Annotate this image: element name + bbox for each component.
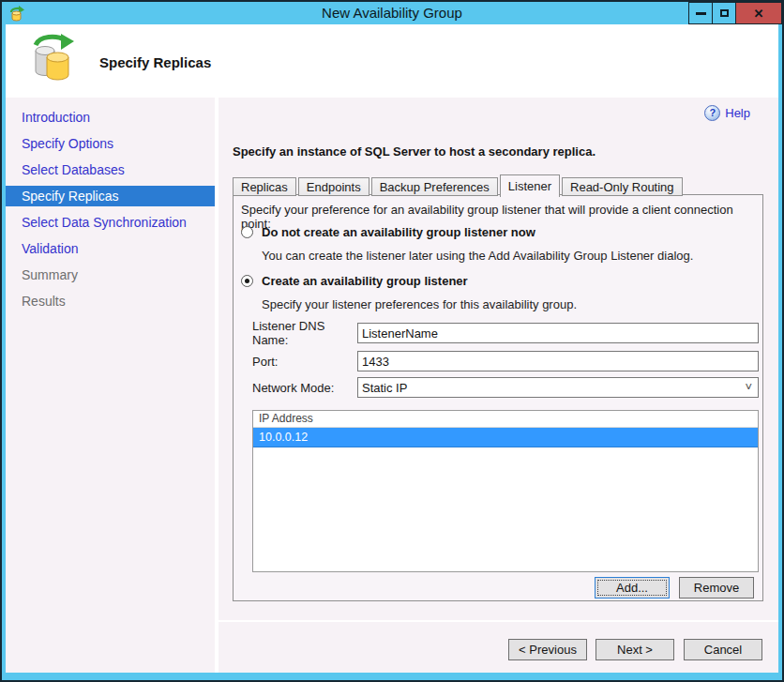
option-create-listener[interactable]: Create an availability group listener <box>241 274 468 288</box>
availability-group-icon <box>30 32 77 86</box>
tab-endpoints[interactable]: Endpoints <box>298 177 369 196</box>
ip-address-list[interactable]: IP Address 10.0.0.12 <box>252 410 759 572</box>
page-title: Specify Replicas <box>99 54 211 70</box>
dns-name-label: Listener DNS Name: <box>252 319 357 347</box>
port-row: Port: <box>252 351 759 371</box>
dns-name-input[interactable] <box>357 323 759 343</box>
help-label: Help <box>725 106 750 120</box>
port-label: Port: <box>252 355 357 369</box>
radio-create-listener[interactable] <box>241 275 253 287</box>
chevron-down-icon: ˅ <box>745 380 752 394</box>
radio-no-listener[interactable] <box>241 226 253 238</box>
wizard-main-pane: ? Help Specify an instance of SQL Server… <box>219 98 778 673</box>
ip-address-row[interactable]: 10.0.0.12 <box>253 428 758 447</box>
step-specify-options[interactable]: Specify Options <box>6 130 215 157</box>
steps-nav: Introduction Specify Options Select Data… <box>6 98 215 314</box>
step-specify-replicas[interactable]: Specify Replicas <box>6 186 215 206</box>
tab-listener[interactable]: Listener <box>500 174 560 197</box>
step-validation[interactable]: Validation <box>6 235 215 262</box>
wizard-body: Introduction Specify Options Select Data… <box>6 98 778 673</box>
wizard-steps-sidebar: Introduction Specify Options Select Data… <box>6 98 215 673</box>
cancel-button[interactable]: Cancel <box>684 639 762 660</box>
network-mode-select[interactable]: Static IP ˅ <box>357 377 759 398</box>
next-button[interactable]: Next > <box>596 639 674 660</box>
option-no-listener-label[interactable]: Do not create an availability group list… <box>262 225 535 239</box>
step-summary: Summary <box>6 262 215 288</box>
help-link[interactable]: ? Help <box>704 105 750 121</box>
wizard-header: Specify Replicas <box>6 24 778 98</box>
step-introduction[interactable]: Introduction <box>6 104 215 130</box>
option-no-listener[interactable]: Do not create an availability group list… <box>241 225 535 239</box>
close-icon: ✕ <box>754 7 764 21</box>
close-button[interactable]: ✕ <box>735 2 782 24</box>
window-title: New Availability Group <box>2 5 782 21</box>
title-bar[interactable]: New Availability Group ✕ <box>2 2 782 24</box>
network-mode-row: Network Mode: Static IP ˅ <box>252 377 759 398</box>
wizard-footer: < Previous Next > Cancel <box>219 620 778 673</box>
tab-backup-preferences[interactable]: Backup Preferences <box>371 177 498 196</box>
ip-address-column-header[interactable]: IP Address <box>253 411 758 428</box>
step-select-databases[interactable]: Select Databases <box>6 157 215 183</box>
dns-name-row: Listener DNS Name: <box>252 323 759 343</box>
minimize-button[interactable] <box>688 2 713 24</box>
network-mode-label: Network Mode: <box>252 381 357 395</box>
maximize-icon <box>720 9 729 17</box>
step-results: Results <box>6 288 215 314</box>
tab-read-only-routing[interactable]: Read-Only Routing <box>562 177 683 196</box>
port-input[interactable] <box>357 351 759 371</box>
remove-button[interactable]: Remove <box>679 577 754 599</box>
instruction-heading: Specify an instance of SQL Server to hos… <box>233 144 596 159</box>
previous-button[interactable]: < Previous <box>508 639 587 660</box>
help-icon: ? <box>704 105 720 121</box>
option-no-listener-description: You can create the listener later using … <box>262 249 693 263</box>
option-create-listener-description: Specify your listener preferences for th… <box>262 297 577 311</box>
add-button[interactable]: Add... <box>595 577 670 599</box>
maximize-button[interactable] <box>712 2 736 24</box>
step-select-data-synchronization[interactable]: Select Data Synchronization <box>6 209 215 235</box>
window-controls: ✕ <box>689 2 782 24</box>
tab-strip: Replicas Endpoints Backup Preferences Li… <box>233 174 685 196</box>
wizard-window: New Availability Group ✕ Specify Replica… <box>0 0 784 682</box>
tab-replicas[interactable]: Replicas <box>233 177 296 196</box>
network-mode-value: Static IP <box>362 381 407 395</box>
minimize-icon <box>696 12 706 15</box>
listener-tab-panel: Specify your preference for an availabil… <box>233 194 763 601</box>
option-create-listener-label[interactable]: Create an availability group listener <box>262 274 468 288</box>
